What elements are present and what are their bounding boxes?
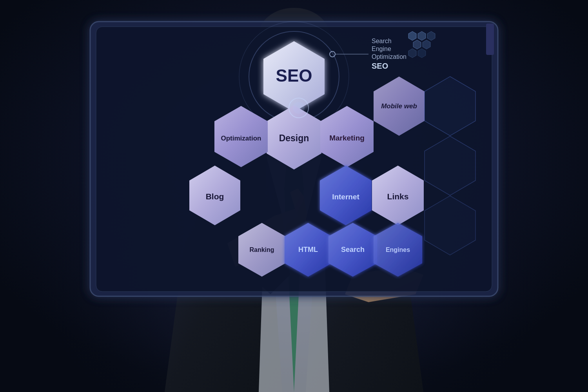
seo-annotation-engine: Engine <box>372 46 391 52</box>
svg-marker-27 <box>408 31 416 40</box>
ranking-hex-label: Ranking <box>249 246 274 253</box>
svg-marker-30 <box>413 40 421 49</box>
search-hex-label: Search <box>341 246 365 253</box>
svg-marker-28 <box>418 31 426 40</box>
links-hex-label: Links <box>387 192 409 201</box>
svg-marker-29 <box>427 31 435 40</box>
svg-point-35 <box>293 102 305 114</box>
svg-marker-33 <box>418 49 426 58</box>
scene-svg: SEO Design Marketing Optimization Mobile… <box>0 0 588 392</box>
blog-hex-label: Blog <box>206 192 224 201</box>
mobileweb-hex-label: Mobile web <box>381 102 417 110</box>
svg-marker-31 <box>423 40 430 49</box>
optimization-hex-label: Optimization <box>221 135 261 142</box>
seo-annotation-search: Search <box>372 38 392 44</box>
svg-rect-7 <box>486 24 494 55</box>
seo-annotation-label: SEO <box>372 62 388 70</box>
seo-hex-label: SEO <box>276 66 312 85</box>
seo-annotation-optimization: Optimization <box>372 53 407 60</box>
svg-marker-32 <box>408 49 416 58</box>
engines-hex-label: Engines <box>386 246 410 253</box>
internet-hex-label: Internet <box>332 193 359 201</box>
marketing-hex-label: Marketing <box>329 134 365 142</box>
design-hex-label: Design <box>279 133 309 143</box>
html-hex-label: HTML <box>298 246 318 253</box>
